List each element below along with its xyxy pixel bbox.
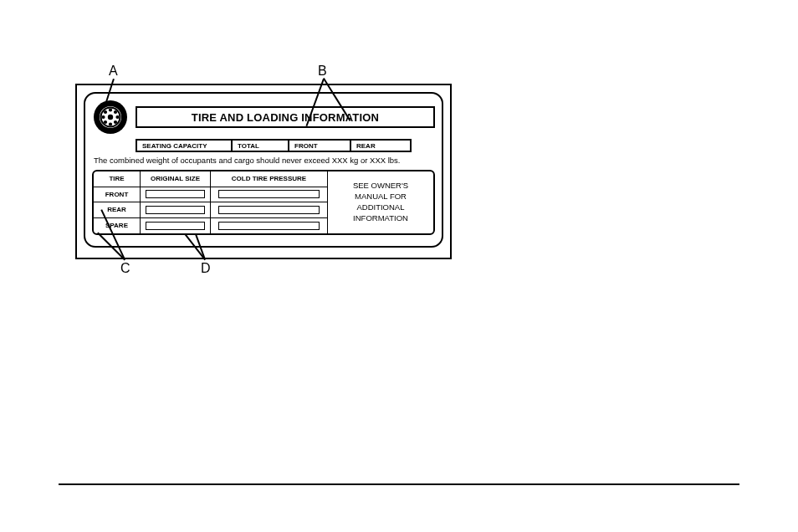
side-note-line1: SEE OWNER'S (353, 181, 408, 190)
grid-rear-size-blank (141, 202, 211, 218)
grid-row-front-label: FRONT (94, 187, 141, 203)
svg-point-10 (104, 120, 107, 124)
seating-total-label: TOTAL (231, 139, 288, 152)
tire-placard: TIRE AND LOADING INFORMATION SEATING CAP… (84, 92, 443, 248)
seating-capacity-label: SEATING CAPACITY (136, 139, 231, 152)
side-note-line4: INFORMATION (353, 213, 408, 223)
combined-weight-text: The combined weight of occupants and car… (92, 156, 435, 165)
placard-header-row: TIRE AND LOADING INFORMATION (92, 99, 435, 136)
tire-label-figure: A B C D (75, 67, 452, 259)
side-note-line3: ADDITIONAL (356, 202, 404, 212)
seating-capacity-row: SEATING CAPACITY TOTAL FRONT REAR (136, 139, 435, 152)
svg-point-6 (101, 115, 105, 119)
grid-row-rear-label: REAR (94, 202, 141, 218)
grid-row-spare-label: SPARE (94, 218, 141, 234)
svg-point-8 (104, 110, 107, 114)
page-footer-rule (59, 483, 739, 485)
callout-A: A (109, 64, 118, 79)
grid-front-size-blank (141, 187, 211, 203)
seating-front-label: FRONT (288, 139, 350, 152)
placard-title: TIRE AND LOADING INFORMATION (136, 106, 435, 128)
tire-pressure-grid: TIRE ORIGINAL SIZE COLD TIRE PRESSURE FR… (94, 171, 328, 233)
grid-header-pressure: COLD TIRE PRESSURE (211, 171, 328, 187)
seating-rear-label: REAR (350, 139, 412, 152)
diagram-box: TIRE AND LOADING INFORMATION SEATING CAP… (75, 84, 452, 259)
grid-rear-pressure-blank (211, 202, 328, 218)
svg-point-5 (109, 122, 112, 125)
grid-front-pressure-blank (211, 187, 328, 203)
svg-point-7 (115, 115, 119, 119)
callout-B: B (318, 64, 327, 79)
callout-C: C (120, 261, 130, 276)
svg-point-4 (109, 108, 112, 111)
tire-pressure-panel: TIRE ORIGINAL SIZE COLD TIRE PRESSURE FR… (92, 170, 435, 235)
svg-point-9 (114, 110, 117, 114)
page: A B C D (0, 0, 798, 532)
see-owners-manual-note: SEE OWNER'S MANUAL FOR ADDITIONAL INFORM… (328, 171, 433, 233)
svg-point-3 (108, 115, 113, 120)
side-note-line2: MANUAL FOR (355, 192, 407, 201)
grid-spare-pressure-blank (211, 218, 328, 234)
tire-icon (92, 99, 129, 136)
grid-header-tire: TIRE (94, 171, 141, 187)
callout-D: D (201, 261, 211, 276)
grid-spare-size-blank (141, 218, 211, 234)
svg-point-11 (114, 120, 117, 124)
grid-header-size: ORIGINAL SIZE (141, 171, 211, 187)
